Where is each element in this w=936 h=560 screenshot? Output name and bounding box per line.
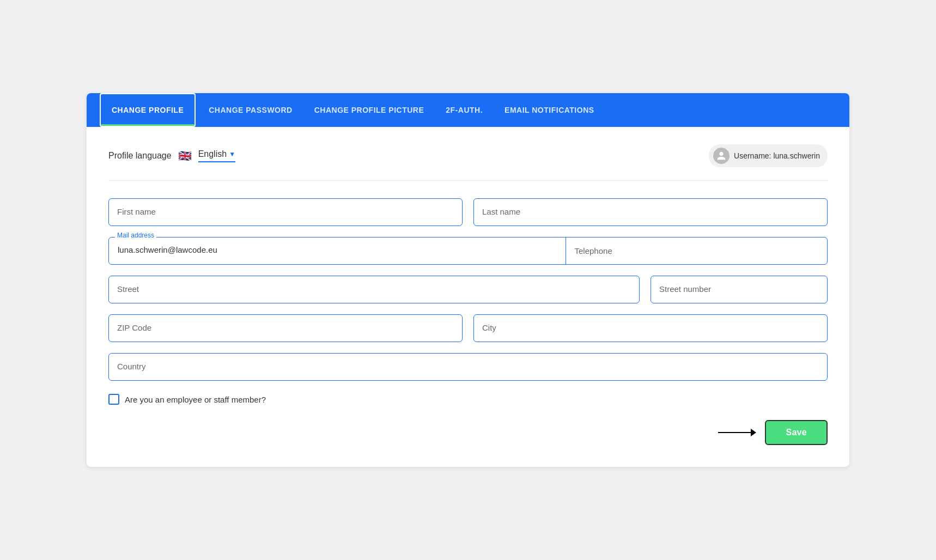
arrow-head-icon xyxy=(751,429,756,436)
nav-change-profile[interactable]: CHANGE PROFILE xyxy=(100,93,196,127)
avatar xyxy=(713,148,730,164)
mail-address-label: Mail address xyxy=(115,232,156,239)
chevron-down-icon: ▼ xyxy=(229,150,235,158)
main-content: Profile language 🇬🇧 English ▼ Username: … xyxy=(87,127,849,467)
telephone-label: Telephone xyxy=(575,246,612,255)
country-field: Country xyxy=(108,353,828,381)
nav-change-profile-picture[interactable]: CHANGE PROFILE PICTURE xyxy=(303,93,435,127)
street-field: Street xyxy=(108,276,640,303)
mail-group: Mail address Telephone xyxy=(108,237,828,265)
first-name-field: First name xyxy=(108,198,463,226)
arrow-indicator xyxy=(718,429,756,436)
top-row: Profile language 🇬🇧 English ▼ Username: … xyxy=(108,144,828,167)
zip-input[interactable] xyxy=(108,314,463,342)
street-row: Street Street number xyxy=(108,276,828,303)
zip-city-row: ZIP Code City xyxy=(108,314,828,342)
country-input[interactable] xyxy=(108,353,828,381)
nav-2f-auth[interactable]: 2F-AUTH. xyxy=(435,93,494,127)
language-group: Profile language 🇬🇧 English ▼ xyxy=(108,149,235,162)
employee-checkbox-row: Are you an employee or staff member? xyxy=(108,394,828,405)
city-field: City xyxy=(473,314,828,342)
language-selector[interactable]: English ▼ xyxy=(198,149,235,162)
language-value: English xyxy=(198,149,227,159)
divider xyxy=(108,180,828,181)
nav-bar: CHANGE PROFILE CHANGE PASSWORD CHANGE PR… xyxy=(87,93,849,127)
city-input[interactable] xyxy=(473,314,828,342)
save-row: Save xyxy=(108,420,828,445)
form-section: First name Last name Mail address Teleph… xyxy=(108,198,828,445)
street-input[interactable] xyxy=(108,276,640,303)
employee-checkbox[interactable] xyxy=(108,394,119,405)
save-button[interactable]: Save xyxy=(765,420,828,445)
username-display: Username: luna.schwerin xyxy=(734,151,820,160)
last-name-input[interactable] xyxy=(473,198,828,226)
last-name-field: Last name xyxy=(473,198,828,226)
user-badge: Username: luna.schwerin xyxy=(709,144,828,167)
first-name-input[interactable] xyxy=(108,198,463,226)
name-row: First name Last name xyxy=(108,198,828,226)
language-flag-icon: 🇬🇧 xyxy=(178,149,192,162)
arrow-line xyxy=(718,432,751,433)
zip-field: ZIP Code xyxy=(108,314,463,342)
employee-question-label: Are you an employee or staff member? xyxy=(125,395,266,404)
country-row: Country xyxy=(108,353,828,381)
page-container: CHANGE PROFILE CHANGE PASSWORD CHANGE PR… xyxy=(87,93,849,467)
nav-email-notifications[interactable]: EMAIL NOTIFICATIONS xyxy=(494,93,605,127)
mail-input[interactable] xyxy=(118,245,557,254)
profile-language-label: Profile language xyxy=(108,151,172,161)
nav-change-password[interactable]: CHANGE PASSWORD xyxy=(198,93,303,127)
street-number-input[interactable] xyxy=(651,276,828,303)
street-number-field: Street number xyxy=(651,276,828,303)
